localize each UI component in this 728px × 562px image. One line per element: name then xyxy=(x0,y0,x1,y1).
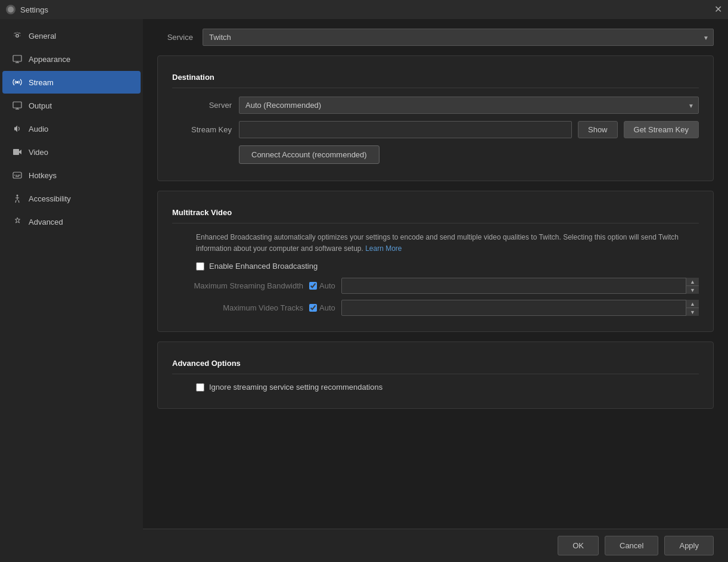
destination-header: Destination xyxy=(172,66,699,88)
enable-enhanced-row: Enable Enhanced Broadcasting xyxy=(172,262,699,271)
max-bandwidth-label: Maximum Streaming Bandwidth xyxy=(172,281,303,290)
multitrack-section: Multitrack Video Enhanced Broadcasting a… xyxy=(157,191,714,332)
get-stream-key-button[interactable]: Get Stream Key xyxy=(624,121,699,138)
video-icon xyxy=(12,147,23,157)
apply-button[interactable]: Apply xyxy=(664,536,714,555)
enable-enhanced-checkbox[interactable] xyxy=(196,262,204,271)
sidebar-label-output: Output xyxy=(29,101,52,110)
svg-rect-9 xyxy=(13,172,21,178)
sidebar-item-general[interactable]: General xyxy=(2,24,141,47)
output-icon xyxy=(12,100,23,111)
show-button[interactable]: Show xyxy=(578,121,618,138)
cancel-button[interactable]: Cancel xyxy=(605,536,658,555)
stream-key-row: Stream Key Show Get Stream Key xyxy=(172,121,699,138)
multitrack-info-text: Enhanced Broadcasting automatically opti… xyxy=(172,232,699,254)
sidebar-label-appearance: Appearance xyxy=(29,55,70,64)
ok-button[interactable]: OK xyxy=(558,536,599,555)
max-bandwidth-row: Maximum Streaming Bandwidth Auto 0 Kbps … xyxy=(172,278,699,294)
max-bandwidth-input[interactable]: 0 Kbps xyxy=(341,278,699,294)
server-row: Server Auto (Recommended) xyxy=(172,97,699,114)
audio-icon xyxy=(12,123,23,134)
max-tracks-auto-wrapper: Auto xyxy=(309,303,335,312)
stream-key-input[interactable] xyxy=(239,121,572,138)
enable-enhanced-label: Enable Enhanced Broadcasting xyxy=(209,262,318,271)
sidebar-label-accessibility: Accessibility xyxy=(29,194,71,203)
connect-account-row: Connect Account (recommended) xyxy=(172,145,699,164)
svg-rect-5 xyxy=(13,102,21,108)
server-label: Server xyxy=(172,101,232,110)
advanced-icon xyxy=(12,216,23,227)
close-button[interactable]: ✕ xyxy=(714,5,722,14)
max-tracks-spinbox-buttons: ▲ ▼ xyxy=(686,300,699,316)
sidebar-item-video[interactable]: Video xyxy=(2,141,141,163)
server-select[interactable]: Auto (Recommended) xyxy=(239,97,699,114)
max-tracks-auto-checkbox[interactable] xyxy=(309,304,317,312)
ignore-recommendations-row: Ignore streaming service setting recomme… xyxy=(172,383,699,392)
gear-icon xyxy=(12,30,23,41)
stream-key-controls: Show Get Stream Key xyxy=(239,121,699,138)
sidebar-label-video: Video xyxy=(29,148,48,157)
max-tracks-spinbox: 0 ▲ ▼ xyxy=(341,300,699,316)
sidebar-label-stream: Stream xyxy=(29,78,54,87)
max-bandwidth-spinbox: 0 Kbps ▲ ▼ xyxy=(341,278,699,294)
svg-point-15 xyxy=(17,195,18,197)
titlebar: Settings ✕ xyxy=(0,0,728,19)
destination-section: Destination Server Auto (Recommended) St… xyxy=(157,55,714,181)
hotkeys-icon xyxy=(12,170,23,181)
max-bandwidth-down[interactable]: ▼ xyxy=(686,286,699,294)
settings-window: Settings ✕ General xyxy=(0,0,728,562)
ignore-recommendations-label: Ignore streaming service setting recomme… xyxy=(209,383,382,392)
max-bandwidth-spinbox-buttons: ▲ ▼ xyxy=(686,278,699,294)
sidebar-item-audio[interactable]: Audio xyxy=(2,117,141,140)
accessibility-icon xyxy=(12,193,23,204)
svg-point-4 xyxy=(16,81,18,83)
service-select-wrapper: Twitch xyxy=(203,29,714,46)
max-tracks-label: Maximum Video Tracks xyxy=(172,303,303,312)
stream-icon xyxy=(12,77,23,88)
sidebar-label-audio: Audio xyxy=(29,125,48,133)
window-title: Settings xyxy=(20,5,48,14)
sidebar-item-accessibility[interactable]: Accessibility xyxy=(2,187,141,210)
service-row: Service Twitch xyxy=(157,29,714,46)
server-select-wrapper: Auto (Recommended) xyxy=(239,97,699,114)
sidebar-label-general: General xyxy=(29,32,56,41)
max-tracks-up[interactable]: ▲ xyxy=(686,300,699,308)
max-tracks-down[interactable]: ▼ xyxy=(686,308,699,316)
max-bandwidth-auto-checkbox[interactable] xyxy=(309,282,317,290)
connect-account-button[interactable]: Connect Account (recommended) xyxy=(239,145,379,164)
titlebar-left: Settings xyxy=(6,5,48,14)
max-tracks-input[interactable]: 0 xyxy=(341,300,699,316)
service-label: Service xyxy=(157,33,193,42)
svg-rect-1 xyxy=(13,55,21,61)
ignore-recommendations-checkbox[interactable] xyxy=(196,383,204,392)
max-bandwidth-up[interactable]: ▲ xyxy=(686,278,699,286)
monitor-icon xyxy=(12,54,23,64)
sidebar-item-appearance[interactable]: Appearance xyxy=(2,48,141,70)
max-tracks-row: Maximum Video Tracks Auto 0 ▲ ▼ xyxy=(172,300,699,316)
content-area: Service Twitch Destination Server xyxy=(143,19,728,562)
advanced-options-header: Advanced Options xyxy=(172,352,699,374)
footer: OK Cancel Apply xyxy=(143,529,728,562)
app-icon xyxy=(6,5,15,14)
multitrack-info: Enhanced Broadcasting automatically opti… xyxy=(196,233,679,253)
multitrack-header: Multitrack Video xyxy=(172,201,699,223)
sidebar-item-advanced[interactable]: Advanced xyxy=(2,210,141,233)
advanced-options-section: Advanced Options Ignore streaming servic… xyxy=(157,341,714,409)
auto-label-bandwidth: Auto xyxy=(319,281,335,290)
main-content: General Appearance xyxy=(0,19,728,562)
sidebar-item-output[interactable]: Output xyxy=(2,94,141,117)
sidebar-label-advanced: Advanced xyxy=(29,218,63,226)
learn-more-link[interactable]: Learn More xyxy=(365,244,402,253)
svg-point-0 xyxy=(8,7,14,13)
stream-key-label: Stream Key xyxy=(172,125,232,134)
service-select[interactable]: Twitch xyxy=(203,29,714,46)
svg-rect-8 xyxy=(13,149,19,155)
sidebar-label-hotkeys: Hotkeys xyxy=(29,171,57,180)
sidebar-item-stream[interactable]: Stream xyxy=(2,71,141,94)
sidebar-item-hotkeys[interactable]: Hotkeys xyxy=(2,164,141,187)
content-inner: Service Twitch Destination Server xyxy=(143,19,728,529)
max-bandwidth-auto-wrapper: Auto xyxy=(309,281,335,290)
auto-label-tracks: Auto xyxy=(319,303,335,312)
sidebar: General Appearance xyxy=(0,19,143,562)
